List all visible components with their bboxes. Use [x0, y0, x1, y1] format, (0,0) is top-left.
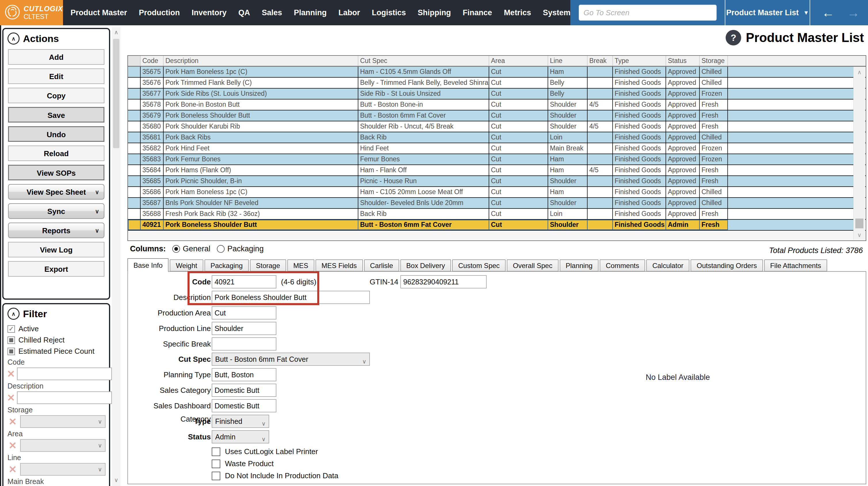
table-row-35684[interactable]: 35684Pork Hams (Flank Off)Ham - Flank Of…	[128, 165, 866, 176]
table-row-35678[interactable]: 35678Pork Bone-in Boston ButtButt - Bost…	[128, 99, 866, 111]
form-checkbox-do-not-include-in-production-data[interactable]: Do Not Include In Production Data	[212, 471, 339, 480]
form-input-description[interactable]	[212, 291, 370, 304]
filter-checkbox-chilled-reject[interactable]: Chilled Reject	[7, 336, 109, 344]
clear-filter-icon[interactable]: ✕	[7, 417, 19, 426]
tab-mes-fields[interactable]: MES Fields	[315, 260, 363, 271]
menu-item-system[interactable]: System	[543, 8, 570, 17]
clear-filter-icon[interactable]: ✕	[7, 393, 15, 403]
tab-storage[interactable]: Storage	[250, 260, 286, 271]
table-row-35679[interactable]: 35679Pork Boneless Shoulder ButtButt - B…	[128, 111, 866, 121]
menu-item-planning[interactable]: Planning	[294, 8, 327, 17]
tab-box-delivery[interactable]: Box Delivery	[400, 260, 451, 271]
goto-screen-input[interactable]	[579, 5, 717, 21]
table-row-35682[interactable]: 35682Pork Hind FeetHind FeetCutMain Brea…	[128, 143, 866, 154]
form-select-status[interactable]: Admin∨	[212, 430, 269, 444]
table-row-35688[interactable]: 35688Fresh Pork Back Rib (32 - 36oz)Back…	[128, 209, 866, 220]
action-button-copy[interactable]: Copy	[8, 88, 104, 103]
table-row-35687[interactable]: 35687Bnls Pork Shoulder NF BeveledShould…	[128, 198, 866, 209]
tab-mes[interactable]: MES	[287, 260, 314, 271]
filter-input-code[interactable]	[17, 367, 112, 380]
collapse-filter-icon[interactable]: ∧	[7, 308, 20, 320]
action-button-sync[interactable]: Sync∨	[8, 203, 104, 219]
form-input-specific-break[interactable]	[212, 337, 276, 351]
action-button-add[interactable]: Add	[8, 49, 104, 65]
menu-item-production[interactable]: Production	[139, 8, 180, 17]
action-button-view-spec-sheet[interactable]: View Spec Sheet∨	[8, 184, 104, 200]
menu-item-inventory[interactable]: Inventory	[191, 8, 227, 17]
tab-base-info[interactable]: Base Info	[127, 258, 168, 272]
cell-area: Cut	[489, 187, 548, 197]
action-button-export[interactable]: Export	[8, 261, 104, 277]
menu-item-logistics[interactable]: Logistics	[372, 8, 406, 17]
back-icon[interactable]: ←	[822, 5, 834, 20]
form-input-sales-category[interactable]	[212, 384, 276, 397]
tab-custom-spec[interactable]: Custom Spec	[452, 260, 506, 271]
action-button-edit[interactable]: Edit	[8, 68, 104, 84]
tab-outstanding-orders[interactable]: Outstanding Orders	[690, 260, 763, 271]
table-row-35676[interactable]: 35676Pork Trimmed Flank Belly (C)Belly -…	[128, 78, 866, 89]
form-checkbox-waste-product[interactable]: Waste Product	[212, 459, 274, 468]
form-select-type[interactable]: Finished Goods∨	[212, 415, 269, 428]
filter-checkbox-estimated-piece-count[interactable]: Estimated Piece Count	[7, 347, 109, 356]
action-button-view-sops[interactable]: View SOPs	[8, 165, 104, 180]
menu-item-sales[interactable]: Sales	[262, 8, 282, 17]
screen-dropdown[interactable]: Product Master List ▼	[725, 0, 810, 25]
gtin-input[interactable]	[400, 275, 487, 288]
action-button-save[interactable]: Save	[8, 107, 104, 122]
action-button-undo[interactable]: Undo	[8, 126, 104, 142]
filter-input-description[interactable]	[17, 391, 112, 404]
grid-hscroll-track[interactable]	[128, 231, 866, 240]
menu-item-metrics[interactable]: Metrics	[504, 8, 531, 17]
action-button-view-log[interactable]: View Log	[8, 242, 104, 257]
form-input-code[interactable]	[212, 275, 276, 288]
scroll-down-icon[interactable]: ∨	[112, 475, 121, 485]
menu-item-shipping[interactable]: Shipping	[417, 8, 451, 17]
form-input-sales-dashboard-category[interactable]	[212, 399, 276, 413]
tab-overall-spec[interactable]: Overall Spec	[507, 260, 558, 271]
table-row-35677[interactable]: 35677Pork Side Ribs (St. Louis Unsized)S…	[128, 89, 866, 99]
table-row-35686[interactable]: 35686Pork Ham Boneless 1pc (C)Ham - C105…	[128, 187, 866, 198]
collapse-actions-icon[interactable]: ∧	[7, 32, 20, 44]
clear-filter-icon[interactable]: ✕	[7, 441, 19, 450]
radio-general[interactable]: General	[172, 244, 211, 253]
table-row-35683[interactable]: 35683Pork Femur BonesFemur BonesCutHamFi…	[128, 154, 866, 165]
scroll-up-icon[interactable]: ∧	[854, 67, 865, 77]
filter-checkbox-active[interactable]: ✓Active	[7, 324, 109, 333]
radio-packaging[interactable]: Packaging	[217, 244, 264, 253]
filter-select-line[interactable]: ∨	[20, 463, 105, 476]
clear-filter-icon[interactable]: ✕	[7, 464, 19, 474]
action-button-reload[interactable]: Reload	[8, 146, 104, 161]
table-row-35680[interactable]: 35680Pork Shoulder Karubi RibShoulder Ri…	[128, 121, 866, 132]
clear-filter-icon[interactable]: ✕	[7, 369, 15, 379]
table-row-35685[interactable]: 35685Pork Picnic Shoulder, B-inPicnic - …	[128, 176, 866, 187]
tab-carlisle[interactable]: Carlisle	[364, 260, 399, 271]
tab-file-attachments[interactable]: File Attachments	[764, 260, 827, 271]
form-input-production-area[interactable]	[212, 306, 276, 320]
table-row-40921[interactable]: 40921Pork Boneless Shoulder ButtButt - B…	[128, 220, 866, 231]
form-input-production-line[interactable]	[212, 322, 276, 335]
grid-scrollbar[interactable]: ∧ ∨	[853, 67, 865, 240]
action-button-reports[interactable]: Reports∨	[8, 222, 104, 238]
form-checkbox-uses-cutlogix-label-printer[interactable]: Uses CutLogix Label Printer	[212, 447, 318, 456]
menu-item-product-master[interactable]: Product Master	[70, 8, 127, 17]
tab-planning[interactable]: Planning	[560, 260, 598, 271]
filter-select-storage[interactable]: ∨	[20, 415, 105, 428]
scroll-up-icon[interactable]: ∧	[112, 27, 121, 37]
scroll-down-icon[interactable]: ∨	[854, 230, 865, 240]
menu-item-labor[interactable]: Labor	[339, 8, 360, 17]
scrollbar-thumb[interactable]	[855, 218, 863, 228]
filter-select-area[interactable]: ∨	[20, 439, 105, 452]
tab-comments[interactable]: Comments	[600, 260, 645, 271]
form-select-cut-spec[interactable]: Butt - Boston 6mm Fat Cover∨	[212, 353, 370, 366]
table-row-35681[interactable]: 35681Pork Back RibsBack RibCutLoinFinish…	[128, 132, 866, 143]
sidebar-scrollbar[interactable]: ∧ ∨	[112, 27, 121, 486]
menu-item-qa[interactable]: QA	[239, 8, 250, 17]
table-row-35675[interactable]: 35675Pork Ham Boneless 1pc (C)Ham - C105…	[128, 67, 866, 78]
scrollbar-thumb[interactable]	[113, 39, 119, 148]
tab-packaging[interactable]: Packaging	[205, 260, 249, 271]
form-input-planning-type[interactable]	[212, 368, 276, 381]
help-icon[interactable]: ?	[725, 30, 741, 45]
tab-calculator[interactable]: Calculator	[646, 260, 689, 271]
menu-item-finance[interactable]: Finance	[463, 8, 492, 17]
tab-weight[interactable]: Weight	[170, 260, 203, 271]
